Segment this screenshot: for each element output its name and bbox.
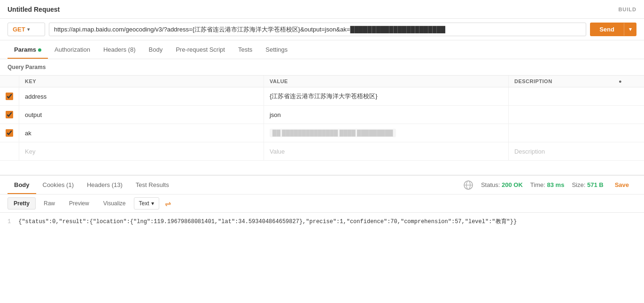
response-meta: Status: 200 OK Time: 83 ms Size: 571 B S…: [463, 180, 636, 190]
send-button[interactable]: Send ▾: [590, 23, 636, 36]
row-2-value: json: [270, 111, 281, 118]
tab-response-body[interactable]: Body: [8, 176, 36, 194]
col-actions: ●: [613, 76, 644, 87]
params-table: KEY VALUE DESCRIPTION ● address {江苏省连云港市…: [0, 75, 644, 161]
row-3-key: ak: [25, 130, 31, 137]
key-placeholder: Key: [25, 148, 35, 155]
time-label: Time: 83 ms: [530, 181, 565, 188]
globe-icon: [463, 180, 473, 190]
request-tabs: Params Authorization Headers (8) Body Pr…: [0, 40, 644, 59]
app-header: Untitled Request BUILD: [0, 0, 644, 19]
desc-placeholder: Description: [514, 148, 545, 155]
row-2-key: output: [25, 111, 42, 118]
row-2-checkbox[interactable]: [6, 111, 13, 118]
send-dropdown-icon[interactable]: ▾: [624, 23, 636, 36]
tab-response-headers[interactable]: Headers (13): [80, 176, 129, 194]
tab-body[interactable]: Body: [142, 40, 170, 59]
table-row: ak ██ ██████████████ ████ █████████: [0, 124, 644, 142]
col-key: KEY: [19, 76, 264, 87]
tab-authorization[interactable]: Authorization: [48, 40, 97, 59]
spacer: [0, 161, 644, 175]
line-number: 1: [8, 218, 11, 225]
row-3-checkbox[interactable]: [6, 129, 13, 137]
format-preview[interactable]: Preview: [63, 197, 95, 210]
json-content: {"status":0,"result":{"location":{"lng":…: [18, 218, 517, 225]
tab-cookies[interactable]: Cookies (1): [36, 176, 80, 194]
tab-settings[interactable]: Settings: [259, 40, 294, 59]
json-output: 1{"status":0,"result":{"location":{"lng"…: [0, 213, 644, 230]
build-label: BUILD: [618, 7, 636, 12]
tab-pre-request-script[interactable]: Pre-request Script: [169, 40, 232, 59]
method-chevron-icon: ▾: [27, 27, 30, 32]
size-label: Size: 571 B: [572, 181, 603, 188]
text-format-chevron-icon: ▾: [151, 200, 154, 207]
tab-test-results[interactable]: Test Results: [129, 176, 176, 194]
table-row-placeholder: Key Value Description: [0, 142, 644, 161]
format-pretty[interactable]: Pretty: [8, 197, 36, 210]
app-title: Untitled Request: [8, 6, 60, 13]
tab-params[interactable]: Params: [8, 40, 48, 59]
value-placeholder: Value: [270, 148, 285, 155]
params-dot: [38, 48, 41, 52]
query-params-label: Query Params: [0, 59, 644, 75]
wrap-icon[interactable]: ⇌: [165, 199, 171, 208]
row-1-key: address: [25, 93, 47, 100]
row-1-checkbox[interactable]: [6, 93, 13, 100]
response-tabs: Body Cookies (1) Headers (13) Test Resul…: [0, 176, 644, 194]
format-visualize[interactable]: Visualize: [97, 197, 132, 210]
url-bar: GET ▾ Send ▾: [0, 19, 644, 40]
method-label: GET: [13, 26, 25, 33]
url-input[interactable]: [49, 23, 586, 36]
status-label: Status: 200 OK: [481, 181, 523, 188]
format-raw[interactable]: Raw: [38, 197, 61, 210]
table-row: address {江苏省连云港市江苏海洋大学苍梧校区}: [0, 87, 644, 106]
table-row: output json: [0, 106, 644, 124]
text-format-select[interactable]: Text ▾: [134, 197, 159, 210]
method-select[interactable]: GET ▾: [8, 23, 45, 36]
col-description: DESCRIPTION: [508, 76, 613, 87]
save-button[interactable]: Save: [611, 181, 633, 188]
col-value: VALUE: [264, 76, 508, 87]
tab-tests[interactable]: Tests: [232, 40, 259, 59]
tab-headers[interactable]: Headers (8): [97, 40, 142, 59]
response-section: Body Cookies (1) Headers (13) Test Resul…: [0, 175, 644, 230]
body-format-tabs: Pretty Raw Preview Visualize Text ▾ ⇌: [0, 194, 644, 213]
row-1-value: {江苏省连云港市江苏海洋大学苍梧校区}: [270, 92, 378, 101]
col-check: [0, 76, 19, 87]
row-3-value-blurred: ██ ██████████████ ████ █████████: [270, 129, 396, 137]
